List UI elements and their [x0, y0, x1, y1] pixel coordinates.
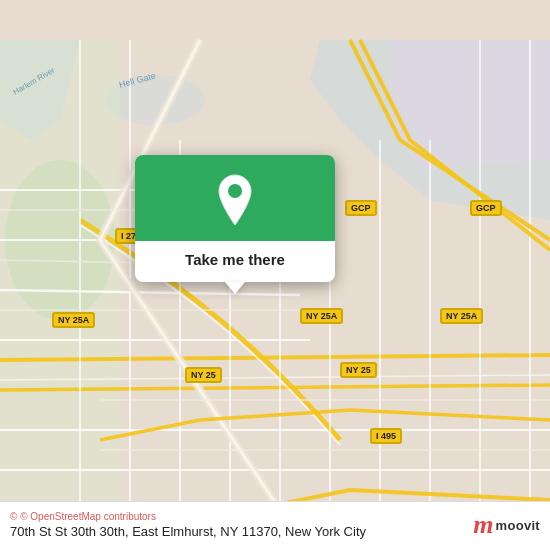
road-badge-ny25a-2: NY 25A: [300, 308, 343, 324]
moovit-logo-m: m: [473, 510, 491, 540]
road-badge-gcp-2: GCP: [470, 200, 502, 216]
moovit-logo-text: moovit: [496, 518, 540, 533]
moovit-branding: m moovit: [473, 510, 540, 540]
road-badge-ny25a-3: NY 25A: [440, 308, 483, 324]
road-badge-ny25a-1: NY 25A: [52, 312, 95, 328]
bottom-left-content: © © OpenStreetMap contributors 70th St S…: [10, 511, 366, 539]
road-badge-i495: I 495: [370, 428, 402, 444]
location-pin-icon: [213, 173, 257, 227]
popup-header: [135, 155, 335, 241]
road-badge-ny25-1: NY 25: [185, 367, 222, 383]
location-popup: Take me there: [135, 155, 335, 282]
osm-icon: ©: [10, 511, 17, 522]
address-label: 70th St St 30th 30th, East Elmhurst, NY …: [10, 524, 366, 539]
road-badge-ny25-2: NY 25: [340, 362, 377, 378]
bottom-info-bar: © © OpenStreetMap contributors 70th St S…: [0, 501, 550, 550]
road-badge-gcp-1: GCP: [345, 200, 377, 216]
map-container: Harlem River Hell Gate I 278 NY 25A NY 2…: [0, 0, 550, 550]
svg-point-34: [228, 184, 242, 198]
osm-attribution: © © OpenStreetMap contributors: [10, 511, 366, 522]
take-me-there-button[interactable]: Take me there: [185, 251, 285, 268]
